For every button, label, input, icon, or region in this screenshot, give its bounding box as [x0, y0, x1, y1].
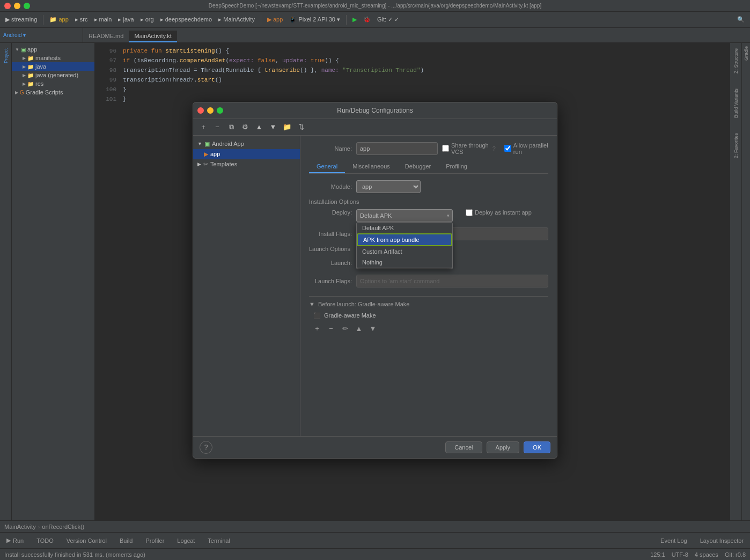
dropdown-default-apk[interactable]: Default APK	[357, 223, 452, 233]
dialog-min-btn[interactable]	[207, 107, 214, 114]
gradle-make-item[interactable]: ⬛ Gradle-aware Make	[309, 311, 548, 321]
tree-android-app[interactable]: ▼ ▣ Android App	[193, 139, 300, 149]
tree-templates[interactable]: ▶ ✂ Templates	[193, 159, 300, 170]
add-config-btn[interactable]: +	[197, 121, 209, 133]
dropdown-custom-artifact[interactable]: Custom Artifact	[357, 246, 452, 257]
dialog-window-controls[interactable]	[197, 107, 223, 114]
deploy-dropdown[interactable]: Default APK APK from app bundle Custom A…	[356, 222, 453, 268]
gradle-make-icon: ⬛	[313, 312, 321, 319]
allow-parallel-check[interactable]	[504, 145, 511, 152]
deploy-label: Deploy:	[309, 209, 352, 216]
before-launch-tools: + − ✏ ▲ ▼	[309, 323, 548, 335]
up-btn[interactable]: ▲	[253, 121, 265, 133]
module-select-wrapper[interactable]: app ▾	[356, 180, 421, 193]
bl-down-btn[interactable]: ▼	[367, 323, 379, 335]
sort-btn[interactable]: ⇅	[295, 121, 307, 133]
module-select[interactable]: app	[356, 180, 421, 193]
before-launch-header[interactable]: ▼ Before launch: Gradle-aware Make	[309, 301, 548, 307]
allow-parallel-checkbox[interactable]: Allow parallel run	[504, 142, 548, 155]
dialog-body: ▼ ▣ Android App ▶ app ▶ ✂ Templates	[193, 136, 557, 436]
allow-parallel-label: Allow parallel run	[513, 142, 548, 155]
remove-config-btn[interactable]: −	[211, 121, 223, 133]
bl-up-btn[interactable]: ▲	[353, 323, 365, 335]
instant-app-checkbox[interactable]: Deploy as instant app	[466, 209, 532, 216]
copy-config-btn[interactable]: ⧉	[225, 121, 237, 133]
dialog-title-bar: Run/Debug Configurations	[193, 102, 557, 119]
tab-miscellaneous[interactable]: Miscellaneous	[345, 160, 398, 173]
dialog-title: Run/Debug Configurations	[337, 107, 413, 114]
dialog-config-panel: Name: Share through VCS ? Allow parallel…	[300, 136, 557, 436]
bl-remove-btn[interactable]: −	[325, 323, 337, 335]
deploy-select-container[interactable]: Default APK ▾ Default APK APK from app b…	[356, 209, 453, 222]
deploy-select[interactable]: Default APK	[356, 209, 453, 222]
launch-flags-row: Launch Flags:	[309, 275, 548, 288]
dialog-toolbar: + − ⧉ ⚙ ▲ ▼ 📁 ⇅	[193, 119, 557, 136]
before-launch-label: Before launch: Gradle-aware Make	[318, 301, 410, 307]
run-debug-dialog: Run/Debug Configurations + − ⧉ ⚙ ▲ ▼ 📁 ⇅…	[193, 102, 557, 459]
dialog-tree-panel: ▼ ▣ Android App ▶ app ▶ ✂ Templates	[193, 136, 300, 436]
share-vcs-check[interactable]	[442, 145, 449, 152]
dialog-tabs: General Miscellaneous Debugger Profiling	[309, 160, 548, 174]
dropdown-apk-bundle[interactable]: APK from app bundle	[357, 233, 452, 246]
settings-config-btn[interactable]: ⚙	[239, 121, 251, 133]
instant-app-check[interactable]	[466, 209, 473, 216]
share-vcs-checkbox[interactable]: Share through VCS ?	[442, 142, 496, 155]
down-btn[interactable]: ▼	[267, 121, 279, 133]
name-label: Name:	[309, 145, 352, 152]
before-launch-arrow: ▼	[309, 301, 315, 307]
help-vcs-icon[interactable]: ?	[492, 145, 496, 152]
help-button[interactable]: ?	[200, 441, 212, 454]
dropdown-nothing[interactable]: Nothing	[357, 257, 452, 268]
launch-label: Launch:	[309, 260, 352, 266]
dialog-close-btn[interactable]	[197, 107, 204, 114]
folder-btn[interactable]: 📁	[281, 121, 293, 133]
dialog-footer: ? Cancel Apply OK	[193, 436, 557, 458]
name-input[interactable]	[356, 142, 438, 155]
tree-app[interactable]: ▶ app	[193, 149, 300, 159]
installation-options-label: Installation Options	[309, 198, 548, 205]
tree-app-label: app	[210, 151, 220, 157]
tree-android-app-label: Android App	[212, 141, 244, 147]
dialog-overlay: Run/Debug Configurations + − ⧉ ⚙ ▲ ▼ 📁 ⇅…	[0, 0, 750, 560]
tab-general[interactable]: General	[309, 160, 345, 173]
tree-templates-label: Templates	[210, 161, 237, 167]
tab-profiling[interactable]: Profiling	[438, 160, 475, 173]
instant-app-label: Deploy as instant app	[475, 209, 532, 216]
gradle-make-label: Gradle-aware Make	[324, 312, 376, 319]
bl-edit-btn[interactable]: ✏	[339, 323, 351, 335]
module-row: Module: app ▾	[309, 180, 548, 193]
module-label: Module:	[309, 183, 352, 190]
launch-flags-input[interactable]	[356, 275, 548, 288]
tab-debugger[interactable]: Debugger	[398, 160, 438, 173]
share-vcs-label: Share through VCS	[451, 142, 490, 155]
cancel-button[interactable]: Cancel	[445, 441, 482, 453]
launch-flags-label: Launch Flags:	[309, 278, 352, 284]
install-flags-label: Install Flags:	[309, 231, 352, 237]
deploy-row: Deploy: Default APK ▾ Default APK	[309, 209, 548, 222]
dialog-max-btn[interactable]	[217, 107, 223, 114]
deploy-select-wrapper[interactable]: Default APK ▾	[356, 209, 453, 222]
bl-add-btn[interactable]: +	[311, 323, 323, 335]
ok-button[interactable]: OK	[524, 441, 550, 453]
name-row: Name: Share through VCS ? Allow parallel…	[309, 142, 548, 155]
before-launch-section: ▼ Before launch: Gradle-aware Make ⬛ Gra…	[309, 296, 548, 335]
apply-button[interactable]: Apply	[487, 441, 520, 453]
